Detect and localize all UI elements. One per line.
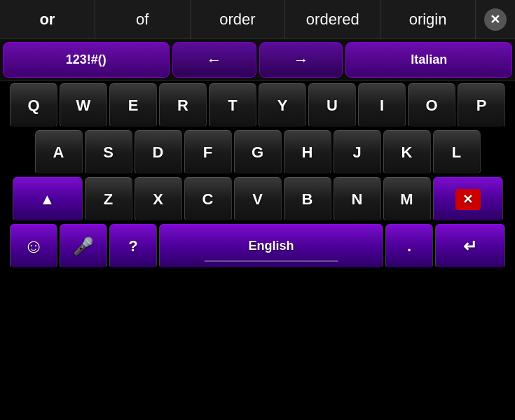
suggestion-or[interactable]: or [0,0,95,38]
right-arrow-button[interactable]: → [259,42,343,78]
backspace-button[interactable]: ✕ [433,177,503,222]
key-t[interactable]: T [209,83,256,128]
key-v[interactable]: V [234,177,282,222]
key-c[interactable]: C [184,177,232,222]
period-icon: . [407,237,411,255]
microphone-button[interactable]: 🎤 [60,224,107,269]
suggestion-ordered[interactable]: ordered [285,0,380,38]
key-z[interactable]: Z [85,177,132,222]
enter-icon: ↵ [463,237,477,256]
key-o[interactable]: O [408,83,455,128]
key-x[interactable]: X [135,177,182,222]
suggestion-of[interactable]: of [95,0,191,38]
suggestion-origin[interactable]: origin [380,0,476,38]
key-m[interactable]: M [383,177,431,222]
key-s[interactable]: S [85,130,132,175]
key-f[interactable]: F [184,130,232,175]
key-d[interactable]: D [135,130,182,175]
key-b[interactable]: B [284,177,331,222]
question-button[interactable]: ? [109,224,157,269]
emoji-button[interactable]: ☺ [10,224,57,269]
question-mark-icon: ? [128,237,137,255]
spacebar-button[interactable]: English [159,224,383,269]
enter-button[interactable]: ↵ [435,224,505,269]
suggestions-close-button[interactable]: ✕ [476,0,515,38]
key-l[interactable]: L [433,130,481,175]
keyboard-row-3: ▲ Z X C V B N M ✕ [2,177,513,222]
suggestion-order[interactable]: order [191,0,286,38]
key-u[interactable]: U [308,83,356,128]
key-n[interactable]: N [334,177,381,222]
keyboard-row-2: A S D F G H J K L [2,130,513,175]
key-k[interactable]: K [383,130,431,175]
language-button[interactable]: Italian [345,42,512,78]
key-p[interactable]: P [458,83,505,128]
key-a[interactable]: A [35,130,83,175]
shift-icon: ▲ [40,190,55,209]
key-q[interactable]: Q [10,83,57,128]
keyboard-row-1: Q W E R T Y U I O P [2,83,513,128]
mic-icon: 🎤 [73,237,94,256]
emoji-icon: ☺ [24,235,44,258]
key-w[interactable]: W [60,83,107,128]
key-g[interactable]: G [234,130,282,175]
suggestions-bar: or of order ordered origin ✕ [0,0,515,39]
keyboard-row-4: ☺ 🎤 ? English . ↵ [2,224,513,269]
key-j[interactable]: J [334,130,381,175]
key-r[interactable]: R [159,83,207,128]
key-y[interactable]: Y [259,83,306,128]
key-h[interactable]: H [284,130,331,175]
toolbar-row: 123!#() ← → Italian [0,39,515,81]
backspace-icon: ✕ [455,189,481,210]
close-icon: ✕ [484,8,507,31]
period-button[interactable]: . [385,224,433,269]
symbols-button[interactable]: 123!#() [3,42,170,78]
key-i[interactable]: I [358,83,406,128]
shift-button[interactable]: ▲ [13,177,83,222]
left-arrow-button[interactable]: ← [172,42,256,78]
key-e[interactable]: E [109,83,157,128]
keyboard-area: Q W E R T Y U I O P A S D F G H J K L ▲ … [0,81,515,271]
